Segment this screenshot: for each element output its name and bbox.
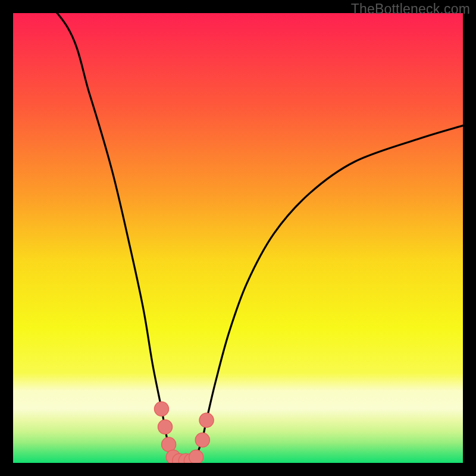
curve-marker <box>199 413 214 427</box>
curve-marker <box>162 437 176 452</box>
curve-layer <box>13 13 463 463</box>
curve-marker <box>195 433 209 447</box>
curve-marker <box>158 420 173 434</box>
curve-marker <box>189 450 203 463</box>
curve-marker <box>154 402 168 416</box>
plot-area <box>13 13 463 463</box>
chart-frame: TheBottleneck.com <box>0 0 476 476</box>
bottleneck-curve <box>13 13 463 461</box>
watermark-text: TheBottleneck.com <box>351 1 470 17</box>
